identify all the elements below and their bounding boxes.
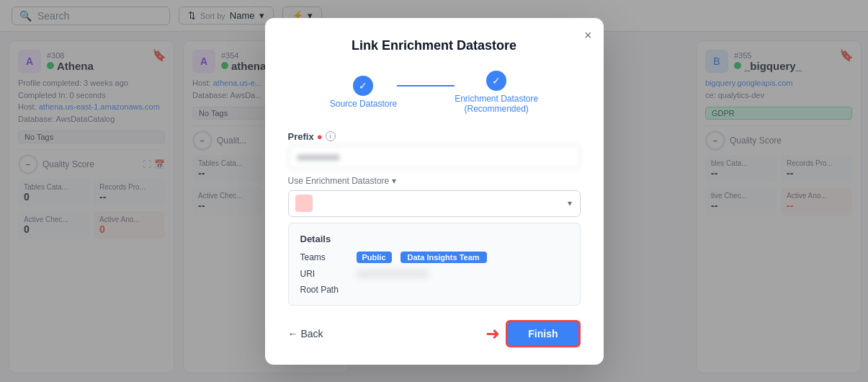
modal-overlay: × Link Enrichment Datastore ✓ Source Dat… [0,0,868,382]
root-path-row: Root Path [300,285,568,295]
enrichment-label-text: Use Enrichment Datastore [288,176,390,186]
red-arrow-indicator: ➜ [486,324,500,344]
prefix-text: Prefix [288,131,314,142]
uri-value [357,270,429,278]
modal-title: Link Enrichment Datastore [288,38,581,53]
back-label: Back [301,328,323,339]
prefix-input[interactable] [288,145,581,169]
step-1-label: Source Datastore [330,99,397,109]
modal-close-button[interactable]: × [584,28,592,43]
step-source: ✓ Source Datastore [330,76,397,109]
root-path-label: Root Path [300,285,351,295]
uri-label: URI [300,269,351,279]
enrichment-select-label: Use Enrichment Datastore ▾ [288,176,581,186]
select-datastore-icon [295,195,313,212]
finish-button[interactable]: Finish [506,320,580,347]
back-arrow-icon: ← [288,328,298,339]
public-badge: Public [357,252,392,263]
enrichment-datastore-select[interactable] [288,190,581,217]
prefix-label: Prefix ● i [288,131,581,142]
step-connector [397,85,455,86]
teams-label: Teams [300,252,351,262]
step-1-circle: ✓ [353,76,373,96]
required-star: ● [317,131,323,142]
step-2-label: Enrichment Datastore(Recommended) [455,94,538,114]
step-enrichment: ✓ Enrichment Datastore(Recommended) [455,71,538,114]
finish-area: ➜ Finish [486,320,580,347]
uri-row: URI [300,269,568,279]
step-2-circle: ✓ [486,71,506,91]
teams-row: Teams Public Data Insights Team [300,252,568,263]
steps-indicator: ✓ Source Datastore ✓ Enrichment Datastor… [288,71,581,114]
team-badge: Data Insights Team [401,252,487,263]
enrichment-select-wrapper: ▾ [288,190,581,217]
chevron-down-icon-enrich: ▾ [392,176,396,186]
link-enrichment-modal: × Link Enrichment Datastore ✓ Source Dat… [265,18,604,365]
datastore-details-panel: Details Teams Public Data Insights Team … [288,223,581,306]
back-button[interactable]: ← Back [288,328,323,339]
details-heading: Details [300,234,568,244]
info-icon[interactable]: i [326,131,336,141]
modal-footer: ← Back ➜ Finish [288,320,581,347]
